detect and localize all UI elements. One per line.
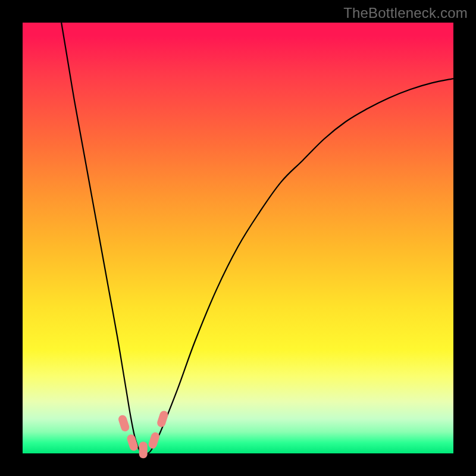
marker-3 <box>139 441 148 458</box>
curve-markers <box>117 410 169 459</box>
marker-5 <box>156 410 169 428</box>
chart-frame: TheBottleneck.com <box>0 0 476 476</box>
marker-4 <box>148 431 161 450</box>
bottleneck-curve <box>61 23 453 454</box>
plot-area <box>23 23 453 453</box>
chart-svg <box>23 23 453 453</box>
marker-1 <box>117 414 130 433</box>
watermark-label: TheBottleneck.com <box>343 5 468 21</box>
